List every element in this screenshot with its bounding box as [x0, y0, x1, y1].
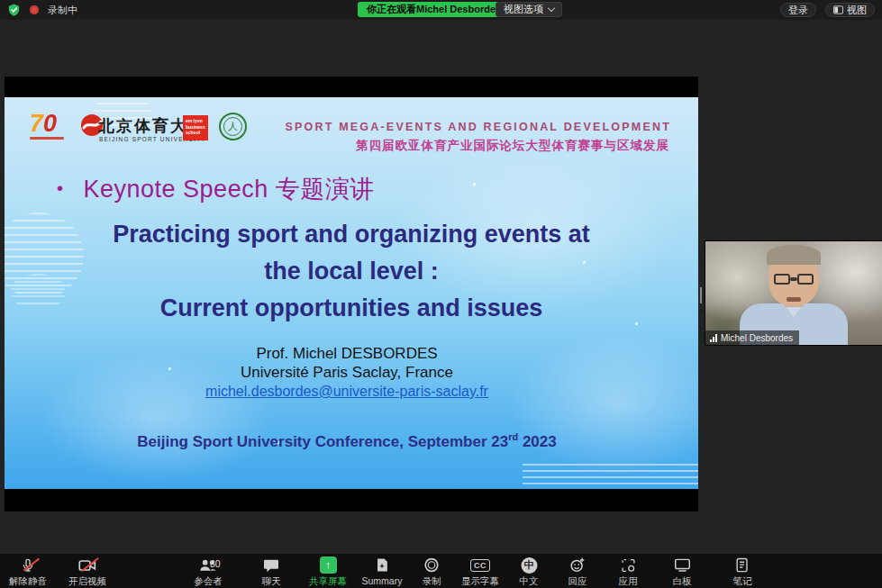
view-label: 视图 — [847, 4, 867, 17]
notes-button[interactable]: 笔记 — [733, 556, 752, 588]
recording-status-label: 录制中 — [48, 4, 77, 17]
presentation-slide: 70 北京体育大学 BEIJING SPORT UNIVERSITY em ly… — [5, 97, 698, 489]
captions-label: 显示字幕 — [461, 575, 499, 588]
chat-bubble-icon — [264, 556, 279, 574]
start-video-label: 开启视频 — [68, 575, 106, 588]
meeting-window: 录制中 你正在观看Michel Desbordes的屏幕 视图选项 登录 视图 — [0, 0, 882, 588]
apps-icon — [621, 556, 635, 574]
whiteboard-button[interactable]: 白板 — [673, 556, 692, 588]
summary-label: Summary — [362, 575, 403, 586]
whiteboard-icon — [674, 556, 690, 574]
top-bar: 录制中 你正在观看Michel Desbordes的屏幕 视图选项 登录 视图 — [0, 0, 882, 20]
recording-indicator-icon — [30, 5, 39, 14]
shared-screen-area: 70 北京体育大学 BEIJING SPORT UNIVERSITY em ly… — [5, 77, 698, 511]
login-button[interactable]: 登录 — [780, 3, 816, 17]
speaker-mouth — [787, 297, 801, 302]
anniversary-70-logo: 70 — [30, 112, 57, 136]
video-name-label: Michel Desbordes — [705, 330, 799, 345]
language-zh-icon: 中 — [521, 557, 537, 574]
chat-label: 聊天 — [262, 575, 281, 588]
participants-button[interactable]: 30 参会者 — [190, 556, 226, 588]
record-circle-icon — [424, 556, 440, 574]
keynote-heading: •Keynote Speech 专题演讲 — [57, 173, 375, 205]
participants-icon: 30 — [190, 556, 226, 574]
whiteboard-label: 白板 — [673, 575, 692, 588]
chevron-down-icon — [548, 5, 555, 12]
view-options-button[interactable]: 视图选项 — [496, 2, 562, 17]
notes-label: 笔记 — [733, 575, 752, 588]
start-video-button[interactable]: 开启视频 — [68, 556, 106, 588]
share-screen-button[interactable]: ↑ 共享屏幕 — [309, 556, 347, 588]
record-label: 录制 — [423, 575, 441, 588]
login-label: 登录 — [788, 4, 808, 17]
speaker-video-tile[interactable]: Michel Desbordes — [705, 241, 882, 345]
share-screen-icon: ↑ — [320, 556, 337, 574]
language-label: 中文 — [520, 575, 539, 588]
reactions-label: 回应 — [568, 575, 587, 588]
view-layout-button[interactable]: 视图 — [825, 3, 875, 17]
speaker-glasses — [774, 274, 814, 285]
author-block: Prof. Michel DESBORDES Université Paris … — [5, 344, 689, 401]
speaker-hair — [767, 245, 821, 265]
conference-date-line: Beijing Sport University Conference, Sep… — [5, 431, 689, 451]
author-affiliation: Université Paris Saclay, France — [5, 363, 689, 382]
green-association-logo: 人 — [219, 113, 247, 140]
conference-header-en: SPORT MEGA-EVENTS AND REGIONAL DEVELOPME… — [285, 121, 671, 133]
chat-button[interactable]: 聊天 — [262, 556, 281, 588]
security-shield-icon[interactable] — [7, 3, 21, 17]
signal-bars-icon — [710, 334, 717, 342]
notes-icon — [736, 556, 750, 574]
emlyon-logo: em lyon business school — [183, 115, 208, 140]
bullet-point: • — [57, 178, 64, 198]
apps-label: 应用 — [619, 575, 638, 588]
reactions-smiley-icon — [570, 556, 586, 574]
title-line-2: the local level : — [5, 253, 698, 290]
title-line-1: Practicing sport and organizing events a… — [5, 216, 698, 253]
participants-count: 30 — [210, 558, 221, 569]
layout-view-icon — [833, 5, 843, 14]
participants-label: 参会者 — [194, 575, 223, 588]
captions-cc-icon: CC — [470, 559, 490, 572]
language-button[interactable]: 中 中文 — [520, 556, 539, 588]
meeting-toolbar: 解除静音 开启视频 30 参会者 聊天 ↑ — [0, 554, 882, 588]
view-options-label: 视图选项 — [504, 3, 543, 16]
author-name: Prof. Michel DESBORDES — [5, 344, 689, 363]
video-panel-collapse-handle[interactable] — [698, 282, 704, 309]
conference-header-cn: 第四届欧亚体育产业国际论坛大型体育赛事与区域发展 — [356, 138, 669, 154]
apps-button[interactable]: 应用 — [619, 556, 638, 588]
title-line-3: Current opportunities and issues — [5, 290, 698, 327]
captions-button[interactable]: CC 显示字幕 — [461, 556, 499, 588]
anniversary-logo-subtext — [30, 137, 64, 140]
reactions-button[interactable]: 回应 — [568, 556, 587, 588]
speaker-name: Michel Desbordes — [721, 333, 793, 343]
author-email-link[interactable]: michel.desbordes@universite-paris-saclay… — [205, 384, 488, 399]
summary-button[interactable]: Summary — [362, 556, 403, 586]
share-screen-label: 共享屏幕 — [309, 575, 347, 588]
slide-title: Practicing sport and organizing events a… — [5, 216, 698, 327]
microphone-muted-icon — [21, 556, 35, 574]
unmute-label: 解除静音 — [9, 575, 47, 588]
unmute-button[interactable]: 解除静音 — [9, 556, 47, 588]
record-button[interactable]: 录制 — [423, 556, 441, 588]
camera-off-icon — [78, 556, 96, 574]
summary-doc-icon — [376, 556, 389, 574]
